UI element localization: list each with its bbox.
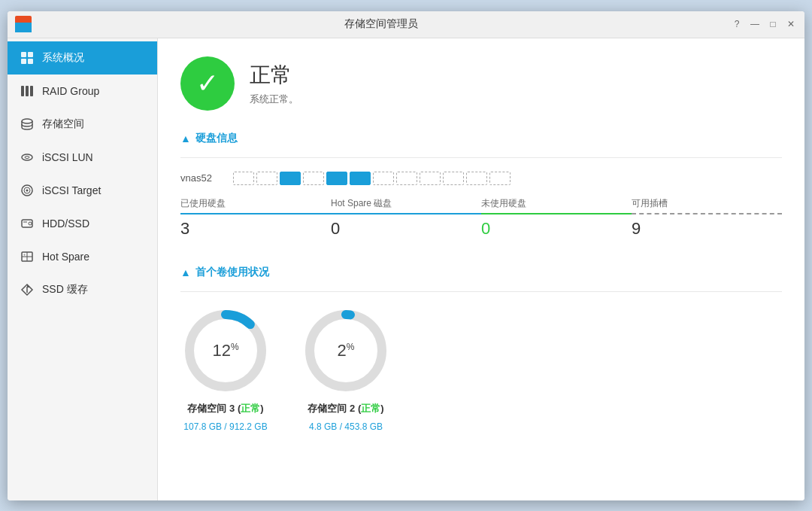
chevron-disk-icon: ▲ (180, 132, 191, 144)
svg-rect-2 (15, 23, 32, 26)
stat-item: 已使用硬盘3 (180, 197, 331, 245)
donut-usage-vol2: 4.8 GB / 453.8 GB (309, 421, 383, 432)
hot-spare-icon: + (20, 249, 35, 264)
status-circle: ✓ (180, 56, 235, 111)
disk-info-label: 硬盘信息 (195, 132, 238, 145)
disk-slot (396, 172, 417, 185)
titlebar-buttons: ? — □ ✕ (731, 18, 797, 30)
stat-value: 0 (331, 219, 481, 239)
sidebar-label-hot-spare: Hot Spare (42, 251, 89, 263)
svg-rect-16 (22, 220, 32, 227)
sidebar-label-hdd-ssd: HDD/SSD (42, 217, 89, 230)
sidebar-item-overview[interactable]: 系统概况 (8, 41, 157, 75)
stat-value: 3 (180, 219, 331, 239)
stat-label: 可用插槽 (632, 197, 782, 214)
donut-name-vol3: 存储空间 3 (正常) (187, 402, 263, 415)
disk-slot (466, 172, 487, 185)
device-name: vnas52 (180, 172, 226, 184)
disk-slot (350, 172, 371, 185)
svg-rect-9 (30, 86, 33, 96)
donut-usage-vol3: 107.8 GB / 912.2 GB (183, 421, 267, 432)
stat-label: 已使用硬盘 (180, 197, 331, 214)
stat-item: 可用插槽9 (632, 197, 782, 245)
disk-slot (373, 172, 394, 185)
minimize-button[interactable]: — (749, 18, 761, 30)
disk-slots-container (233, 172, 782, 185)
stat-item: Hot Spare 磁盘0 (331, 197, 481, 245)
hdd-icon (20, 216, 35, 231)
sidebar-item-ssd-cache[interactable]: SSD 缓存 (8, 273, 157, 306)
stat-label: Hot Spare 磁盘 (331, 197, 481, 214)
sidebar-item-iscsi-lun[interactable]: iSCSI LUN (8, 141, 157, 174)
sidebar-label-iscsi-lun: iSCSI LUN (42, 151, 93, 163)
check-icon: ✓ (196, 70, 219, 97)
disk-slot (303, 172, 324, 185)
volume-divider (180, 291, 782, 292)
stat-value: 0 (481, 219, 632, 239)
sidebar-item-raid[interactable]: RAID Group (8, 75, 157, 108)
svg-rect-3 (21, 52, 26, 57)
svg-rect-4 (28, 52, 33, 57)
disk-slot (256, 172, 277, 185)
help-button[interactable]: ? (731, 18, 743, 30)
disk-divider (180, 157, 782, 158)
iscsi-lun-icon (20, 150, 35, 165)
svg-rect-7 (21, 86, 24, 96)
status-text: 正常 系统正常。 (250, 61, 298, 106)
sidebar-label-storage: 存储空间 (42, 117, 84, 131)
svg-rect-6 (28, 59, 33, 64)
sidebar-item-storage[interactable]: 存储空间 (8, 108, 157, 141)
content-area: ✓ 正常 系统正常。 ▲ 硬盘信息 vnas52 (158, 38, 804, 500)
donut-container-vol2: 2% (301, 306, 391, 396)
donut-item-vol2: 2%存储空间 2 (正常)4.8 GB / 453.8 GB (301, 306, 391, 432)
iscsi-target-icon (20, 183, 35, 198)
disk-slot (420, 172, 441, 185)
window-title: 存储空间管理员 (32, 17, 731, 31)
close-button[interactable]: ✕ (785, 18, 797, 30)
titlebar: 存储空间管理员 ? — □ ✕ (8, 11, 804, 38)
sidebar-label-iscsi-target: iSCSI Target (42, 184, 101, 196)
status-section: ✓ 正常 系统正常。 (180, 56, 782, 111)
svg-rect-8 (26, 86, 29, 96)
donut-status: 正常 (361, 403, 380, 414)
sidebar-label-raid: RAID Group (42, 85, 99, 97)
disk-info-header[interactable]: ▲ 硬盘信息 (180, 132, 782, 145)
donut-container-vol3: 12% (180, 306, 271, 396)
svg-point-15 (26, 189, 29, 191)
volume-label: 首个卷使用状况 (195, 266, 269, 279)
sidebar-item-hot-spare[interactable]: + Hot Spare (8, 240, 157, 273)
disk-slot (443, 172, 464, 185)
ssd-cache-icon (20, 282, 35, 297)
sidebar: 系统概况 RAID Group (8, 38, 158, 500)
donut-charts: 12%存储空间 3 (正常)107.8 GB / 912.2 GB2%存储空间 … (180, 306, 782, 432)
donut-name-vol2: 存储空间 2 (正常) (308, 402, 383, 415)
sidebar-label-overview: 系统概况 (42, 51, 84, 65)
disk-slot (489, 172, 511, 185)
disk-device-row: vnas52 (180, 172, 782, 185)
stat-label: 未使用硬盘 (481, 197, 632, 214)
titlebar-left (15, 16, 32, 32)
disk-slot (326, 172, 347, 185)
donut-percent-vol2: 2% (338, 341, 355, 360)
stat-value: 9 (632, 219, 782, 239)
status-title: 正常 (250, 61, 298, 90)
main-layout: 系统概况 RAID Group (8, 38, 804, 500)
svg-point-10 (22, 119, 32, 123)
raid-icon (20, 84, 35, 99)
sidebar-label-ssd-cache: SSD 缓存 (42, 283, 88, 297)
sidebar-item-hdd-ssd[interactable]: HDD/SSD (8, 207, 157, 240)
disk-slot (280, 172, 301, 185)
donut-status: 正常 (241, 403, 260, 414)
app-window: 存储空间管理员 ? — □ ✕ 系统概况 (8, 11, 804, 500)
svg-rect-5 (21, 59, 26, 64)
svg-point-12 (25, 156, 29, 158)
disk-info-section: ▲ 硬盘信息 vnas52 已使用硬盘3Hot Spare 磁盘0未使用硬盘0可… (180, 132, 782, 245)
sidebar-item-iscsi-target[interactable]: iSCSI Target (8, 174, 157, 207)
restore-button[interactable]: □ (767, 18, 779, 30)
storage-icon (20, 117, 35, 132)
status-description: 系统正常。 (250, 93, 298, 106)
chevron-volume-icon: ▲ (180, 266, 191, 278)
svg-point-17 (29, 222, 32, 225)
volume-header[interactable]: ▲ 首个卷使用状况 (180, 266, 782, 279)
overview-icon (20, 50, 35, 65)
